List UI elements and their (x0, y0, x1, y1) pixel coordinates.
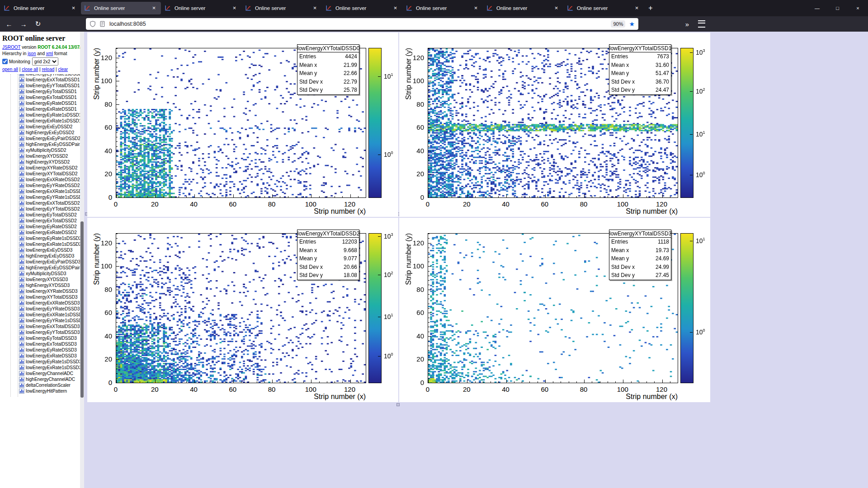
stats-box[interactable]: Entries12203Mean x9.668Mean y9.077Std De… (297, 237, 359, 280)
bookmark-star-icon[interactable]: ★ (629, 20, 635, 28)
tree-item[interactable]: lowEnergyExXTotalDSSD1 (0, 77, 84, 83)
tree-item[interactable]: lowEnergyEyYRateDSSD2 (0, 183, 84, 188)
forward-button[interactable]: → (17, 18, 30, 30)
tree-item[interactable]: lowEnergyExRateDSSD1 (0, 106, 84, 112)
stats-box[interactable]: Entries7673Mean x31.60Mean y51.47Std Dev… (609, 52, 671, 95)
tree-item[interactable]: lowEnergyExRate1sDSSD1 (0, 118, 84, 124)
tree-item[interactable]: lowEnergyEyYTotalDSSD3 (0, 329, 84, 335)
shield-icon[interactable] (90, 20, 97, 28)
monitoring-checkbox[interactable] (2, 59, 8, 64)
palette-colorbar[interactable] (680, 48, 693, 198)
palette-colorbar[interactable] (680, 233, 693, 383)
tree-item[interactable]: lowEnergyExXRate1sDSSD2 (0, 188, 84, 194)
tree-item[interactable]: lowEnergyEyRate1sDSSD2 (0, 235, 84, 241)
stats-box[interactable]: Entries1118Mean x19.73Mean y24.69Std Dev… (609, 237, 671, 280)
tree-item[interactable]: lowEnergyEyRateDSSD1 (0, 100, 84, 106)
tree-item[interactable]: lowEnergyExRateDSSD2 (0, 230, 84, 235)
sidebar-scrollbar[interactable] (80, 32, 84, 488)
tab[interactable]: Online server× (564, 2, 644, 14)
tab[interactable]: Online server× (0, 2, 80, 14)
tree-item[interactable]: lowEnergyExRateDSSD3 (0, 353, 84, 359)
site-info-icon[interactable] (99, 20, 107, 28)
overflow-menu-button[interactable]: » (681, 18, 693, 30)
tree-item[interactable]: highEnergyExEyDSSD3 (0, 253, 84, 259)
tree-item[interactable]: lowEnergyExXTotalDSSD3 (0, 324, 84, 329)
url-text[interactable]: localhost:8085 (109, 21, 146, 27)
tree-item[interactable]: lowEnergyEyYRate1sDSSD2 (0, 194, 84, 200)
tree-item[interactable]: lowEnergyExEyDSSD3 (0, 247, 84, 253)
tree-item[interactable]: lowEnergyExXRate1sDSSD3 (0, 312, 84, 318)
reload-link[interactable]: reload (42, 67, 54, 72)
tree-item[interactable]: xyMultiplicityDSSD3 (0, 271, 84, 277)
clear-link[interactable]: clear (58, 67, 68, 72)
tab-close-icon[interactable]: × (392, 5, 399, 12)
tree-item[interactable]: lowEnergyEyTotalDSSD3 (0, 335, 84, 341)
tree-item[interactable]: lowEnergyEyYRate1sDSSD3 (0, 318, 84, 324)
tab[interactable]: Online server× (161, 2, 241, 14)
window-minimize-button[interactable]: — (807, 0, 827, 16)
tree-item[interactable]: lowEnergyXYRateDSSD3 (0, 288, 84, 294)
palette-colorbar[interactable] (368, 233, 382, 383)
tab[interactable]: Online server× (242, 2, 322, 14)
tree-item[interactable]: lowEnergyEyYTotalDSSD1 (0, 83, 84, 89)
tab-close-icon[interactable]: × (472, 5, 480, 12)
tree-item[interactable]: highEnergyXYDSSD2 (0, 159, 84, 165)
tab-close-icon[interactable]: × (70, 5, 77, 12)
tree-item[interactable]: lowEnergyEyRateDSSD2 (0, 224, 84, 230)
tree-item[interactable]: lowEnergyEyTotalDSSD2 (0, 212, 84, 218)
tree-item[interactable]: deltaCorrelationScaler (0, 382, 84, 388)
reload-button[interactable]: ↻ (32, 18, 44, 30)
tree-item[interactable]: lowEnergyXYDSSD3 (0, 277, 84, 282)
open-all-link[interactable]: open all (2, 67, 18, 72)
tree-item[interactable]: lowEnergyEyTotalDSSD1 (0, 89, 84, 94)
window-close-button[interactable]: × (848, 0, 868, 16)
tab[interactable]: Online server× (483, 2, 563, 14)
new-tab-button[interactable]: + (644, 2, 657, 14)
tree-item[interactable]: lowEnergyEyRateDSSD3 (0, 347, 84, 353)
tree-item[interactable]: lowEnergyChannelADC (0, 371, 84, 376)
tree-item[interactable]: lowEnergyExEyPairDSSD3 (0, 259, 84, 265)
app-menu-button[interactable] (695, 18, 708, 30)
tree-item[interactable]: lowEnergyEyRate1sDSSD1 (0, 112, 84, 118)
stats-box[interactable]: Entries4424Mean x21.99Mean y22.66Std Dev… (297, 52, 359, 95)
tree-item[interactable]: lowEnergyExRate1sDSSD3 (0, 365, 84, 371)
tree-item[interactable]: highEnergyChannelADC (0, 376, 84, 382)
tab-close-icon[interactable]: × (552, 5, 560, 12)
tree-item[interactable]: lowEnergyExTotalDSSD3 (0, 341, 84, 347)
tree-item[interactable]: lowEnergyExXRateDSSD2 (0, 177, 84, 183)
tab[interactable]: Online server× (322, 2, 402, 14)
tab-close-icon[interactable]: × (231, 5, 238, 12)
tab-close-icon[interactable]: × (150, 5, 158, 12)
tree-item[interactable]: lowEnergyHitPattern (0, 388, 84, 394)
pad-splitter-handle[interactable] (396, 403, 400, 406)
tree-item[interactable]: lowEnergyEyYRateDSSD3 (0, 306, 84, 312)
tree-item[interactable]: lowEnergyExTotalDSSD1 (0, 94, 84, 100)
tab-close-icon[interactable]: × (311, 5, 319, 12)
tree-item[interactable]: highEnergyExEyDSSDPair2 (0, 141, 84, 147)
url-bar[interactable]: localhost:8085 90% ★ (86, 18, 638, 30)
json-link[interactable]: json (28, 51, 36, 56)
tree-item[interactable]: lowEnergyExEyPairDSSD2 (0, 136, 84, 141)
tab[interactable]: Online server× (81, 2, 161, 14)
tree-item[interactable]: lowEnergyXYDSSD2 (0, 153, 84, 159)
tree-item[interactable]: lowEnergyExTotalDSSD2 (0, 218, 84, 224)
tree-item[interactable]: xyMultiplicityDSSD2 (0, 147, 84, 153)
tree-item[interactable]: highEnergyExEyDSSD2 (0, 130, 84, 136)
histogram-title[interactable]: lowEnergyXYTotalDSSD3 (609, 230, 671, 238)
tree-item[interactable]: lowEnergyXYTotalDSSD3 (0, 294, 84, 300)
window-maximize-button[interactable]: □ (827, 0, 848, 16)
tree-item[interactable]: lowEnergyEyYTotalDSSD2 (0, 206, 84, 212)
tree-item[interactable]: lowEnergyExRate1sDSSD2 (0, 241, 84, 247)
histogram-title[interactable]: lowEnergyXYTotalDSSD1 (609, 44, 671, 52)
tree-item[interactable]: lowEnergyExXTotalDSSD2 (0, 200, 84, 206)
tree-item[interactable]: lowEnergyExXRateDSSD3 (0, 300, 84, 306)
tree-item[interactable]: highEnergyXYDSSD3 (0, 282, 84, 288)
tab[interactable]: Online server× (403, 2, 483, 14)
tab-close-icon[interactable]: × (633, 5, 641, 12)
zoom-indicator[interactable]: 90% (611, 20, 625, 28)
tree-item[interactable]: highEnergyExEyDSSDPair3 (0, 265, 84, 271)
histogram-title[interactable]: lowEnergyXYTotalDSSD2 (297, 230, 359, 238)
histogram-title[interactable]: lowEnergyXYTotalDSSD0 (297, 44, 359, 52)
xml-link[interactable]: xml (46, 51, 53, 56)
back-button[interactable]: ← (3, 18, 15, 30)
